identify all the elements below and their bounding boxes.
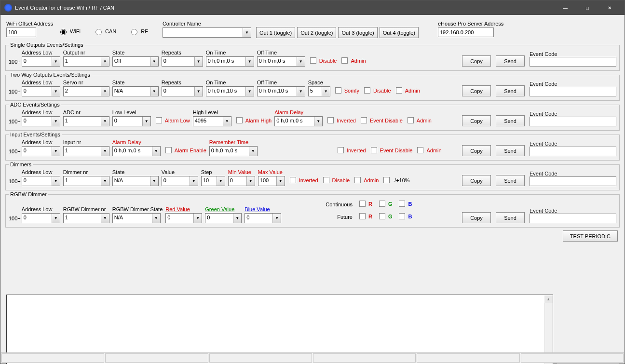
dimmer-disable-check[interactable]: Disable xyxy=(321,175,350,185)
single-outputs-group: Single Outputs Events/Settings 100+ Addr… xyxy=(5,42,620,71)
cont-g-check[interactable]: G xyxy=(377,199,393,208)
out4-toggle-button[interactable]: Out 4 (toggle) xyxy=(380,27,419,38)
rgbw-red-combo[interactable]: 0▼ xyxy=(165,213,202,223)
input-admin-check[interactable]: Admin xyxy=(415,146,441,155)
rgbw-addr-combo[interactable]: 0▼ xyxy=(22,213,60,223)
dimmer-admin-check[interactable]: Admin xyxy=(353,175,379,185)
window-maximize[interactable]: □ xyxy=(576,0,598,15)
input-eventdisable-check[interactable]: Event Disable xyxy=(369,146,413,155)
out3-toggle-button[interactable]: Out 3 (toggle) xyxy=(338,27,377,38)
statusbar xyxy=(1,352,624,363)
input-inverted-check[interactable]: Inverted xyxy=(336,146,366,155)
continuous-label: Continuous xyxy=(326,202,353,207)
single-output-combo[interactable]: 1▼ xyxy=(63,56,109,67)
twoway-send-button[interactable]: Send xyxy=(496,85,525,96)
scroll-up-icon[interactable]: ▲ xyxy=(544,295,553,303)
cont-b-check[interactable]: B xyxy=(397,199,412,208)
dimmer-eventcode-input[interactable] xyxy=(530,176,616,186)
twoway-offtime-combo[interactable]: 0 h,0 m,10 s▼ xyxy=(257,86,305,96)
dimmer-addr-combo[interactable]: 0▼ xyxy=(22,176,60,186)
test-periodic-button[interactable]: TEST PERIODIC xyxy=(563,230,618,242)
window-title: Event Creator for eHouse WiFi / RF / CAN xyxy=(15,5,554,11)
dimmer-min-combo[interactable]: 0▼ xyxy=(228,176,255,186)
input-remember-combo[interactable]: 0 h,0 m,0 s▼ xyxy=(209,146,258,156)
single-disable-check[interactable]: Disable xyxy=(308,56,337,65)
rgbw-state-combo[interactable]: N/A▼ xyxy=(112,213,161,223)
input-nr-combo[interactable]: 1▼ xyxy=(63,146,109,156)
adc-send-button[interactable]: Send xyxy=(496,115,525,126)
rgbw-green-combo[interactable]: 0▼ xyxy=(205,213,242,223)
fut-b-check[interactable]: B xyxy=(397,212,412,221)
single-eventcode-input[interactable] xyxy=(530,57,616,67)
single-addr-combo[interactable]: 0▼ xyxy=(22,56,60,67)
adc-eventcode-input[interactable] xyxy=(530,117,616,126)
window-minimize[interactable]: — xyxy=(554,0,576,15)
rgbw-nr-combo[interactable]: 1▼ xyxy=(63,213,109,223)
radio-rf[interactable]: RF xyxy=(129,27,148,35)
single-repeats-combo[interactable]: 0▼ xyxy=(162,56,203,67)
single-ontime-combo[interactable]: 0 h,0 m,0 s▼ xyxy=(206,56,254,67)
wifi-offset-input[interactable] xyxy=(6,27,36,37)
window-close[interactable]: ✕ xyxy=(598,0,621,15)
single-admin-check[interactable]: Admin xyxy=(340,56,366,65)
twoway-admin-check[interactable]: Admin xyxy=(394,86,420,95)
dimmer-state-combo[interactable]: N/A▼ xyxy=(112,176,159,186)
rgbw-legend: RGBW Dimmer xyxy=(9,191,48,197)
dimmer-max-combo[interactable]: 100▼ xyxy=(258,176,285,186)
twoway-eventcode-input[interactable] xyxy=(530,87,616,96)
adc-addr-combo[interactable]: 0▼ xyxy=(22,116,60,126)
twoway-state-combo[interactable]: N/A▼ xyxy=(112,86,159,96)
input-alarmenable-check[interactable]: Alarm Enable xyxy=(163,146,206,155)
adc-copy-button[interactable]: Copy xyxy=(462,115,491,126)
single-send-button[interactable]: Send xyxy=(496,55,525,67)
single-offtime-combo[interactable]: 0 h,0 m,0 s▼ xyxy=(257,56,305,67)
dimmer-value-combo[interactable]: 0▼ xyxy=(162,176,198,186)
input-send-button[interactable]: Send xyxy=(496,145,525,156)
controller-name-combo[interactable]: ▼ xyxy=(163,27,251,38)
dimmer-step-combo[interactable]: 10▼ xyxy=(201,176,225,186)
twoway-addr-combo[interactable]: 0▼ xyxy=(22,86,60,96)
input-addr-combo[interactable]: 0▼ xyxy=(22,146,60,156)
twoway-servo-combo[interactable]: 2▼ xyxy=(63,86,109,96)
future-label: Future xyxy=(337,214,353,220)
server-address-input[interactable] xyxy=(438,27,494,37)
twoway-space-combo[interactable]: 5▼ xyxy=(308,86,330,96)
radio-wifi[interactable]: WiFi xyxy=(58,27,81,35)
adc-alarmlow-check[interactable]: Alarm Low xyxy=(154,116,190,125)
single-state-combo[interactable]: Off▼ xyxy=(112,56,159,67)
adc-alarmhigh-check[interactable]: Alarm High xyxy=(234,116,272,125)
adc-nr-combo[interactable]: 1▼ xyxy=(63,116,109,126)
rgbw-copy-button[interactable]: Copy xyxy=(462,212,491,223)
dimmer-pm10-check[interactable]: -/+10% xyxy=(381,175,409,185)
dimmer-send-button[interactable]: Send xyxy=(496,175,525,186)
adc-highlevel-combo[interactable]: 4095▼ xyxy=(193,116,231,126)
rgbw-blue-combo[interactable]: 0▼ xyxy=(245,213,281,223)
adc-alarmdelay-combo[interactable]: 0 h,0 m,0 s▼ xyxy=(274,116,323,126)
twoway-ontime-combo[interactable]: 0 h,0 m,10 s▼ xyxy=(206,86,254,96)
out1-toggle-button[interactable]: Out 1 (toggle) xyxy=(256,27,295,38)
rgbw-eventcode-input[interactable] xyxy=(530,214,616,223)
input-copy-button[interactable]: Copy xyxy=(462,145,491,156)
twoway-disable-check[interactable]: Disable xyxy=(362,86,391,95)
input-eventcode-input[interactable] xyxy=(530,147,616,156)
cont-r-check[interactable]: R xyxy=(357,199,372,208)
adc-inverted-check[interactable]: Inverted xyxy=(326,116,356,125)
fut-g-check[interactable]: G xyxy=(377,212,393,221)
adc-eventdisable-check[interactable]: Event Disable xyxy=(359,116,403,125)
fut-r-check[interactable]: R xyxy=(357,212,372,221)
app-window: Event Creator for eHouse WiFi / RF / CAN… xyxy=(0,0,625,364)
radio-can[interactable]: CAN xyxy=(93,27,116,35)
dimmer-nr-combo[interactable]: 1▼ xyxy=(63,176,109,186)
rgbw-send-button[interactable]: Send xyxy=(496,212,525,223)
dimmer-copy-button[interactable]: Copy xyxy=(462,175,491,186)
single-copy-button[interactable]: Copy xyxy=(462,55,491,67)
dimmer-inverted-check[interactable]: Inverted xyxy=(288,175,318,185)
adc-admin-check[interactable]: Admin xyxy=(406,116,432,125)
adc-group: ADC Events/Settings 100+ Address Low0▼ A… xyxy=(5,102,620,131)
twoway-somfy-check[interactable]: Somfy xyxy=(333,86,359,95)
twoway-copy-button[interactable]: Copy xyxy=(462,85,491,96)
twoway-repeats-combo[interactable]: 0▼ xyxy=(162,86,203,96)
input-alarmdelay-combo[interactable]: 0 h,0 m,0 s▼ xyxy=(112,146,161,156)
out2-toggle-button[interactable]: Out 2 (toggle) xyxy=(297,27,336,38)
adc-lowlevel-combo[interactable]: 0▼ xyxy=(112,116,151,126)
